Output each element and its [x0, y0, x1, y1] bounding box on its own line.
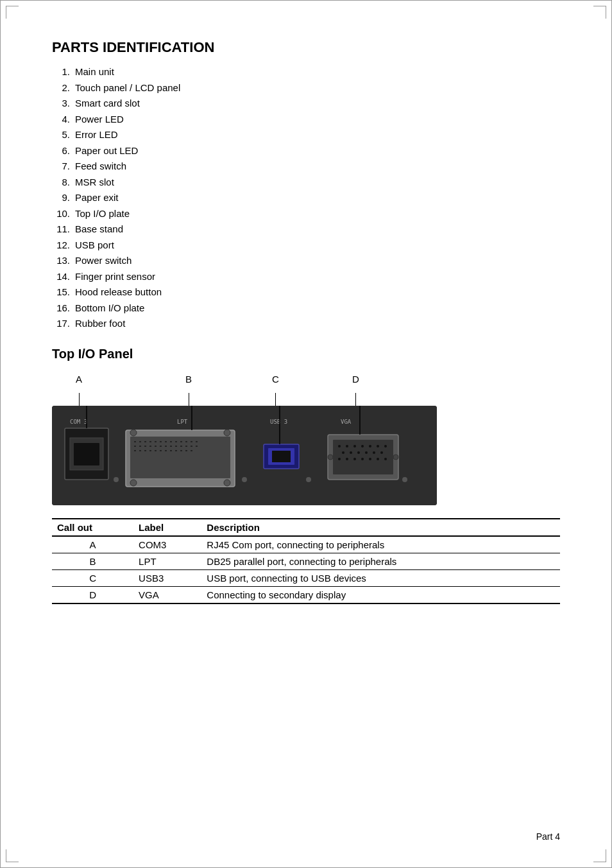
callout-label-a: A: [76, 374, 82, 385]
svg-rect-27: [160, 446, 162, 447]
list-item: 13.Power switch: [52, 254, 560, 268]
callout-area: ABCD: [52, 370, 437, 406]
svg-text:VGA: VGA: [341, 419, 352, 425]
svg-point-82: [402, 477, 407, 482]
table-header: Label: [133, 519, 201, 536]
svg-text:LPT: LPT: [177, 419, 188, 425]
svg-point-64: [369, 445, 371, 447]
callout-tick: [355, 393, 356, 406]
table-row: DVGAConnecting to secondary display: [52, 586, 560, 603]
svg-point-56: [306, 477, 311, 482]
svg-rect-16: [170, 441, 172, 442]
svg-rect-28: [165, 446, 167, 447]
svg-point-62: [353, 445, 356, 447]
svg-rect-42: [170, 450, 172, 451]
callout-label-b: B: [185, 374, 192, 385]
svg-point-75: [353, 458, 356, 460]
page-footer: Part 4: [536, 831, 560, 842]
svg-point-68: [350, 451, 352, 454]
svg-rect-26: [155, 446, 157, 447]
table-cell-description: Connecting to secondary display: [201, 586, 560, 603]
corner-tl: [6, 6, 19, 19]
svg-rect-39: [155, 450, 157, 451]
svg-rect-24: [144, 446, 146, 447]
svg-rect-9: [134, 441, 136, 442]
svg-rect-10: [139, 441, 141, 442]
svg-point-74: [346, 458, 348, 460]
svg-rect-23: [139, 446, 141, 447]
list-item: 9.Paper exit: [52, 191, 560, 205]
table-row: BLPTDB25 parallel port, connecting to pe…: [52, 553, 560, 569]
callout-tick: [79, 393, 80, 406]
svg-point-63: [361, 445, 364, 447]
callout-tick: [189, 393, 189, 406]
svg-point-67: [342, 451, 344, 454]
callout-tick: [275, 393, 276, 406]
svg-point-79: [384, 458, 387, 460]
svg-rect-33: [191, 446, 192, 447]
svg-rect-31: [180, 446, 182, 447]
svg-rect-40: [160, 450, 162, 451]
corner-bl: [6, 849, 19, 862]
list-item: 11.Base stand: [52, 222, 560, 237]
corner-tr: [593, 6, 606, 19]
table-cell-callout: A: [52, 536, 133, 553]
svg-point-50: [224, 480, 230, 486]
svg-rect-46: [191, 450, 192, 451]
svg-point-76: [361, 458, 364, 460]
svg-rect-55: [272, 451, 291, 462]
table-cell-description: DB25 parallel port, connecting to periph…: [201, 553, 560, 569]
table-cell-description: RJ45 Com port, connecting to peripherals: [201, 536, 560, 553]
list-item: 3.Smart card slot: [52, 96, 560, 111]
svg-rect-19: [185, 441, 187, 442]
svg-rect-20: [191, 441, 192, 442]
svg-rect-30: [175, 446, 177, 447]
svg-point-48: [224, 430, 230, 436]
svg-rect-45: [185, 450, 187, 451]
svg-point-61: [346, 445, 348, 447]
svg-rect-11: [144, 441, 146, 442]
svg-point-81: [393, 455, 398, 460]
svg-point-71: [373, 451, 375, 454]
svg-rect-13: [155, 441, 157, 442]
list-item: 4.Power LED: [52, 112, 560, 127]
svg-rect-4: [74, 443, 99, 465]
svg-point-51: [242, 477, 247, 482]
table-cell-description: USB port, connecting to USB devices: [201, 569, 560, 586]
svg-point-73: [338, 458, 341, 460]
svg-text:COM 3: COM 3: [70, 419, 87, 425]
callout-label-c: C: [272, 374, 279, 385]
svg-rect-18: [180, 441, 182, 442]
table-row: ACOM3RJ45 Com port, connecting to periph…: [52, 536, 560, 553]
table-cell-label: USB3: [133, 569, 201, 586]
svg-point-72: [380, 451, 383, 454]
table-cell-label: COM3: [133, 536, 201, 553]
list-item: 8.MSR slot: [52, 175, 560, 190]
svg-rect-36: [139, 450, 141, 451]
table-container: Call outLabelDescriptionACOM3RJ45 Com po…: [52, 518, 560, 604]
list-item: 17.Rubber foot: [52, 317, 560, 331]
svg-rect-32: [185, 446, 187, 447]
list-item: 16.Bottom I/O plate: [52, 301, 560, 316]
table-cell-label: LPT: [133, 553, 201, 569]
corner-br: [593, 849, 606, 862]
svg-rect-37: [144, 450, 146, 451]
list-item: 15.Hood release button: [52, 285, 560, 300]
svg-point-80: [328, 455, 333, 460]
svg-point-65: [377, 445, 379, 447]
panel-image: COM 3 LPT: [52, 406, 437, 505]
table-row: CUSB3USB port, connecting to USB devices: [52, 569, 560, 586]
svg-point-70: [365, 451, 368, 454]
table-cell-callout: D: [52, 586, 133, 603]
list-item: 1.Main unit: [52, 65, 560, 80]
svg-rect-14: [160, 441, 162, 442]
svg-rect-15: [165, 441, 167, 442]
svg-rect-59: [333, 440, 393, 474]
svg-point-5: [114, 477, 119, 482]
table-header: Description: [201, 519, 560, 536]
page-title: PARTS IDENTIFICATION: [52, 39, 560, 56]
svg-rect-38: [149, 450, 151, 451]
table-cell-callout: C: [52, 569, 133, 586]
list-item: 14.Finger print sensor: [52, 270, 560, 284]
svg-point-78: [377, 458, 379, 460]
